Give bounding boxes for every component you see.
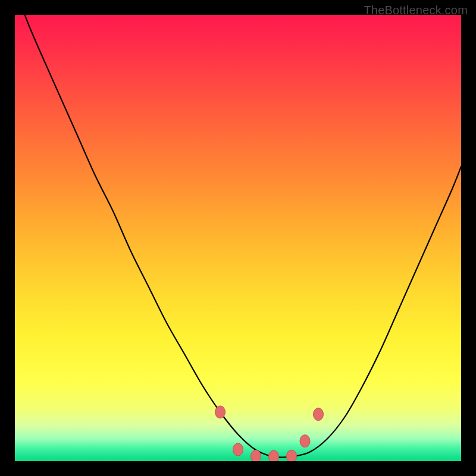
watermark-text: TheBottleneck.com — [364, 4, 468, 17]
gradient-background — [15, 15, 461, 461]
plot-area — [15, 15, 461, 461]
chart-frame: TheBottleneck.com — [0, 0, 476, 476]
